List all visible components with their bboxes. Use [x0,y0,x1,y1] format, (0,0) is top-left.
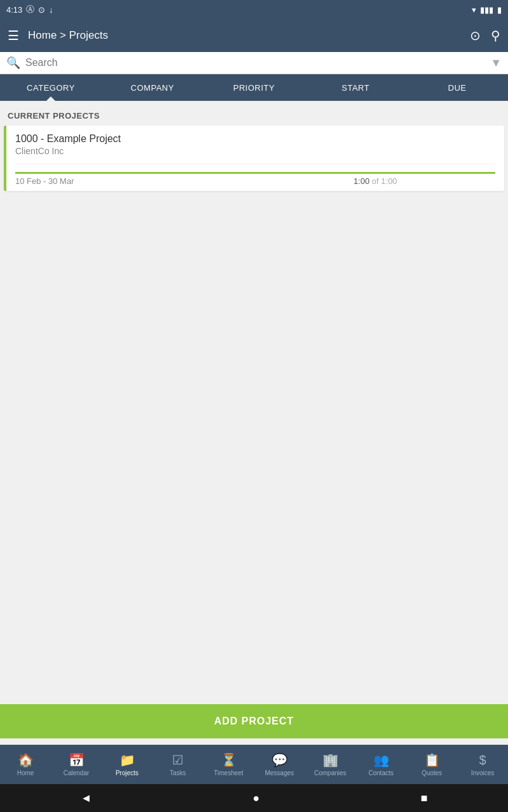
signal-icon: ▮▮▮ [480,5,493,15]
top-header: ☰ Home > Projects ⊙ ⚲ [0,19,508,52]
time-current: 1:00 [354,176,370,186]
recents-button[interactable]: ■ [408,787,440,810]
nav-projects[interactable]: 📁 Projects [102,745,152,784]
time-total: 1:00 [381,176,397,186]
add-project-button[interactable]: ADD PROJECT [0,704,508,738]
status-bar: 4:13 Ⓐ ⊙ ↓ ▾ ▮▮▮ ▮ [0,0,508,19]
search-header-icon[interactable]: ⚲ [491,28,500,43]
contacts-icon: 👥 [373,752,389,768]
calendar-icon: 📅 [69,752,84,768]
project-meta: 10 Feb - 30 Mar 1:00 of 1:00 [15,164,495,191]
search-bar: 🔍 ▼ [0,52,508,74]
battery-icon: ▮ [497,5,502,15]
companies-icon: 🏢 [323,752,338,768]
tab-due[interactable]: DUE [406,74,508,101]
android-nav: ◄ ● ■ [0,784,508,812]
filter-tabs: CATEGORY COMPANY PRIORITY START DUE [0,74,508,101]
status-bar-right: ▾ ▮▮▮ ▮ [472,5,502,15]
search-input[interactable] [25,57,485,69]
search-icon: 🔍 [6,56,20,70]
time-display: 4:13 [6,5,22,15]
nav-calendar[interactable]: 📅 Calendar [51,745,102,784]
download-icon: ↓ [49,5,53,15]
menu-icon[interactable]: ☰ [8,28,19,43]
tab-priority[interactable]: PRIORITY [203,74,305,101]
project-title: 1000 - Example Project [15,133,495,145]
breadcrumb: Home > Projects [28,29,108,42]
project-meta-left: 10 Feb - 30 Mar [15,164,255,191]
back-button[interactable]: ◄ [68,787,105,810]
wifi-icon: ▾ [472,5,476,15]
home-button[interactable]: ● [240,787,272,810]
tasks-icon: ☑ [172,752,184,768]
nav-companies[interactable]: 🏢 Companies [305,745,356,784]
main-content: CURRENT PROJECTS 1000 - Example Project … [0,101,508,745]
progress-bar-left [15,172,255,174]
tab-company[interactable]: COMPANY [102,74,203,101]
tab-category[interactable]: CATEGORY [0,74,102,101]
quotes-icon: 📋 [424,752,440,768]
bottom-nav: 🏠 Home 📅 Calendar 📁 Projects ☑ Tasks ⏳ T… [0,745,508,784]
nav-messages[interactable]: 💬 Messages [254,745,305,784]
section-title: CURRENT PROJECTS [0,107,508,126]
invoices-icon: $ [479,753,486,768]
timesheet-icon: ⏳ [221,752,237,768]
nav-timesheet[interactable]: ⏳ Timesheet [203,745,254,784]
search-dropdown-icon[interactable]: ▼ [490,56,502,70]
status-bar-left: 4:13 Ⓐ ⊙ ↓ [6,4,53,15]
project-card[interactable]: 1000 - Example Project ClientCo Inc 10 F… [4,126,504,191]
date-range: 10 Feb - 30 Mar [15,176,255,186]
project-meta-right: 1:00 of 1:00 [255,164,495,191]
header-left: ☰ Home > Projects [8,28,108,43]
project-company: ClientCo Inc [15,146,495,156]
tab-start[interactable]: START [305,74,406,101]
sync-icon: ⊙ [38,5,45,15]
header-right: ⊙ ⚲ [470,28,500,43]
nav-tasks[interactable]: ☑ Tasks [152,745,203,784]
progress-bar-right [255,172,495,174]
clock-icon[interactable]: ⊙ [470,28,481,43]
home-icon: 🏠 [18,752,34,768]
nav-quotes[interactable]: 📋 Quotes [406,745,457,784]
time-of: of [372,176,379,186]
messages-icon: 💬 [272,752,288,768]
time-display: 1:00 of 1:00 [255,176,495,186]
nav-home[interactable]: 🏠 Home [0,745,51,784]
nav-invoices[interactable]: $ Invoices [457,745,508,784]
nav-contacts[interactable]: 👥 Contacts [356,745,406,784]
alert-icon: Ⓐ [26,4,34,15]
projects-icon: 📁 [119,752,135,768]
